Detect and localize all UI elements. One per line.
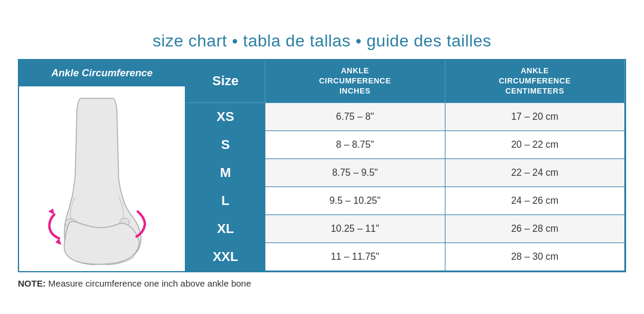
size-cell: XL — [186, 214, 265, 243]
ankle-image-cell: Ankle Circumference — [19, 60, 186, 271]
inches-cell: 10.25 – 11" — [265, 214, 445, 243]
ankle-svg-area — [30, 86, 174, 271]
ankle-image-header: Ankle Circumference — [19, 60, 185, 86]
cm-cell: 26 – 28 cm — [445, 214, 624, 243]
inches-cell: 8.75 – 9.5" — [265, 158, 445, 186]
table-row: XL10.25 – 11"26 – 28 cm — [186, 214, 625, 243]
size-cell: XXL — [186, 243, 265, 271]
chart-wrapper: Ankle Circumference — [18, 59, 626, 272]
size-col-header: Size — [186, 60, 265, 102]
size-cell: M — [186, 158, 265, 186]
size-chart-container: size chart • tabla de tallas • guide des… — [18, 26, 626, 288]
inches-cell: 8 – 8.75" — [265, 130, 445, 158]
inches-cell: 6.75 – 8" — [265, 102, 445, 130]
inches-cell: 9.5 – 10.25" — [265, 186, 445, 214]
svg-marker-3 — [55, 238, 61, 245]
ankle-illustration — [36, 92, 168, 265]
size-table: Size ANKLECIRCUMFERENCEINCHES ANKLECIRCU… — [186, 60, 625, 271]
cm-cell: 24 – 26 cm — [445, 186, 624, 214]
table-row: M8.75 – 9.5"22 – 24 cm — [186, 158, 625, 186]
size-cell: S — [186, 130, 265, 158]
note-label: NOTE: — [18, 278, 46, 288]
svg-marker-2 — [48, 209, 54, 214]
cm-cell: 17 – 20 cm — [445, 102, 624, 130]
cm-col-header: ANKLECIRCUMFERENCECENTIMETERS — [445, 60, 624, 102]
size-cell: L — [186, 186, 265, 214]
cm-cell: 28 – 30 cm — [445, 243, 624, 271]
table-row: S8 – 8.75"20 – 22 cm — [186, 130, 625, 158]
note-content: Measure circumference one inch above ank… — [46, 278, 251, 288]
note-section: NOTE: Measure circumference one inch abo… — [18, 278, 626, 288]
cm-cell: 22 – 24 cm — [445, 158, 624, 186]
inches-col-header: ANKLECIRCUMFERENCEINCHES — [265, 60, 445, 102]
table-row: L9.5 – 10.25"24 – 26 cm — [186, 186, 625, 214]
table-row: XS6.75 – 8"17 – 20 cm — [186, 102, 625, 130]
size-cell: XS — [186, 102, 265, 130]
inches-cell: 11 – 11.75" — [265, 243, 445, 271]
cm-cell: 20 – 22 cm — [445, 130, 624, 158]
page-title: size chart • tabla de tallas • guide des… — [18, 26, 626, 59]
table-row: XXL11 – 11.75"28 – 30 cm — [186, 243, 625, 271]
